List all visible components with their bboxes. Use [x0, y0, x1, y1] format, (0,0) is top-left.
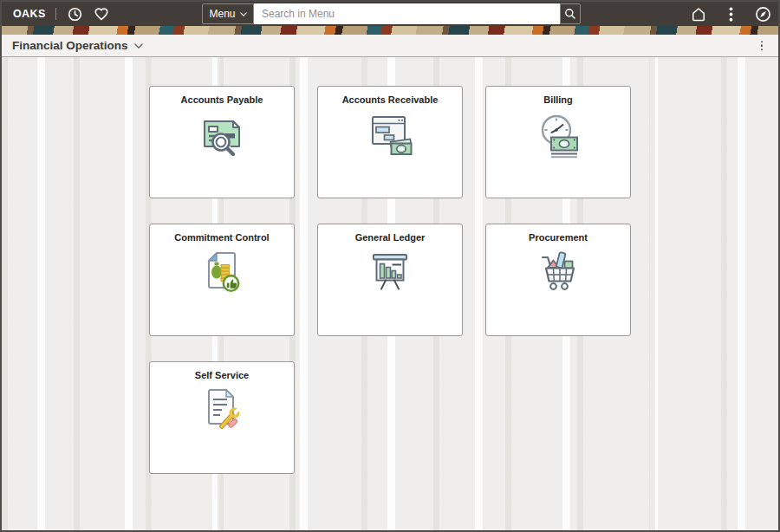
accounts-receivable-icon [365, 109, 415, 159]
tile-label: Accounts Receivable [342, 94, 439, 105]
theme-banner [2, 26, 778, 35]
tile-label: Billing [543, 94, 573, 105]
tile-label: General Ledger [355, 232, 426, 243]
home-icon[interactable] [689, 4, 708, 23]
global-search-group: Menu [202, 3, 581, 24]
tile-label: Commitment Control [174, 232, 269, 243]
application-window: OAKS Menu [0, 0, 780, 532]
search-input[interactable] [254, 3, 560, 24]
tile-grid: Accounts Payable Accounts Receivable Bil… [149, 86, 640, 474]
favorites-icon[interactable] [92, 4, 111, 23]
tile-procurement[interactable]: Procurement [485, 224, 631, 336]
self-service-icon [197, 385, 247, 435]
billing-icon [533, 109, 583, 159]
divider [55, 8, 56, 20]
search-button[interactable] [560, 3, 581, 24]
general-ledger-icon [365, 247, 415, 297]
brand-logo[interactable]: OAKS [13, 8, 46, 20]
accounts-payable-icon [197, 109, 247, 159]
recent-items-icon[interactable] [66, 4, 85, 23]
page-header: Financial Operations [2, 35, 778, 57]
commitment-control-icon [197, 247, 247, 297]
navbar-compass-icon[interactable] [753, 4, 772, 23]
chevron-down-icon [240, 12, 247, 16]
topbar-right-actions [689, 2, 772, 26]
tile-commitment-control[interactable]: Commitment Control [149, 224, 295, 336]
menu-button-label: Menu [209, 8, 235, 20]
tile-accounts-payable[interactable]: Accounts Payable [149, 86, 295, 198]
global-top-bar: OAKS Menu [2, 2, 778, 26]
search-icon [564, 8, 576, 20]
page-title: Financial Operations [12, 39, 128, 52]
tile-accounts-receivable[interactable]: Accounts Receivable [317, 86, 463, 198]
procurement-icon [533, 247, 583, 297]
chevron-down-icon [134, 43, 143, 49]
tile-label: Accounts Payable [181, 94, 263, 105]
homepage-content: Accounts Payable Accounts Receivable Bil… [2, 57, 778, 530]
tile-self-service[interactable]: Self Service [149, 361, 295, 474]
tile-billing[interactable]: Billing [485, 86, 631, 198]
menu-dropdown-button[interactable]: Menu [202, 3, 254, 24]
tile-label: Self Service [195, 370, 249, 380]
kebab-menu-icon[interactable] [758, 38, 766, 54]
homepage-selector[interactable]: Financial Operations [12, 39, 143, 52]
tile-label: Procurement [529, 232, 588, 243]
actions-menu-icon[interactable] [721, 4, 740, 23]
tile-general-ledger[interactable]: General Ledger [317, 224, 463, 336]
